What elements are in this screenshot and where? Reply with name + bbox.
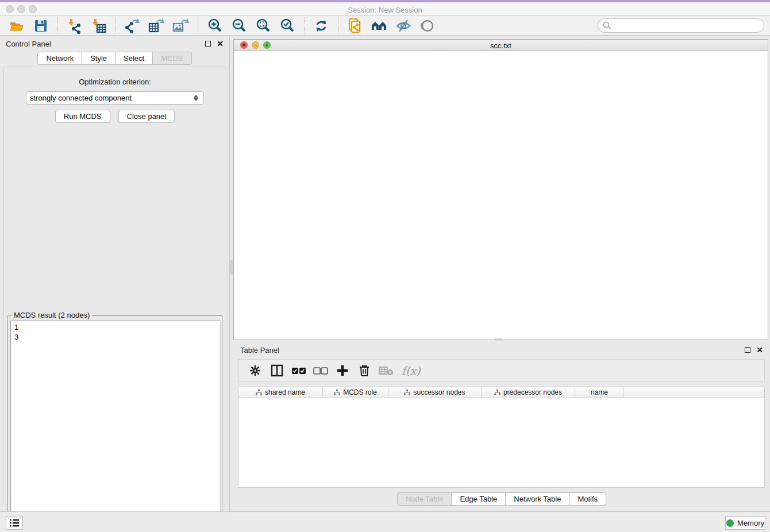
mcds-result-text[interactable]: 1 3 — [10, 321, 221, 530]
column-header-name[interactable]: name — [575, 387, 624, 398]
mcds-panel: Optimization criterion: strongly connect… — [3, 67, 226, 504]
select-all-icon[interactable] — [291, 363, 307, 379]
mcds-result-title: MCDS result (2 nodes) — [11, 311, 92, 319]
table-panel-title: Table Panel — [240, 346, 279, 354]
network-graph — [234, 51, 768, 340]
tab-motifs[interactable]: Motifs — [569, 492, 606, 506]
network-window-titlebar[interactable]: ✕ − + scc.txt — [234, 40, 768, 51]
toolbar-separator — [116, 17, 116, 34]
zoom-out-icon[interactable] — [230, 17, 248, 34]
network-view-window: ✕ − + scc.txt — [233, 39, 768, 340]
column-header-successor-nodes[interactable]: successor nodes — [388, 387, 482, 398]
delete-table-icon[interactable] — [378, 363, 394, 379]
tab-style[interactable]: Style — [82, 52, 116, 65]
memory-button-label: Memory — [737, 519, 764, 527]
zoom-in-icon[interactable] — [206, 17, 224, 34]
splitter-handle-vertical[interactable] — [230, 260, 233, 275]
status-bar: Memory — [0, 511, 770, 532]
search-icon — [603, 21, 611, 30]
tab-select[interactable]: Select — [116, 52, 153, 65]
control-panel: Control Panel ✕ Network Style Select MCD… — [0, 36, 230, 511]
table-settings-icon[interactable] — [247, 363, 263, 379]
table-toolbar: f(x) — [238, 359, 765, 382]
function-builder-icon[interactable]: f(x) — [402, 364, 421, 377]
search-input[interactable] — [611, 21, 749, 30]
tab-edge-table[interactable]: Edge Table — [452, 492, 506, 506]
hide-details-icon[interactable] — [395, 17, 412, 34]
duplicate-network-icon[interactable] — [346, 17, 364, 34]
zoom-fit-icon[interactable] — [255, 17, 272, 34]
selected-criterion: strongly connected component — [30, 94, 192, 102]
tab-network-table[interactable]: Network Table — [506, 492, 569, 506]
show-columns-icon[interactable] — [269, 363, 285, 379]
delete-row-icon[interactable] — [356, 363, 372, 379]
export-image-icon[interactable] — [172, 17, 190, 34]
control-panel-title: Control Panel — [6, 40, 51, 48]
mcds-result-group: MCDS result (2 nodes) 1 3 — [7, 315, 222, 532]
zoom-selected-icon[interactable] — [279, 17, 296, 34]
close-table-panel-icon[interactable]: ✕ — [756, 347, 763, 353]
select-stepper-icon — [192, 92, 200, 103]
table-panel: Table Panel ✕ — [233, 342, 770, 511]
node-table: shared name MCDS role successor nodes pr… — [238, 387, 765, 488]
add-row-icon[interactable] — [334, 363, 351, 379]
toolbar-separator — [304, 17, 305, 34]
export-network-icon[interactable] — [124, 17, 141, 34]
task-history-button[interactable] — [6, 516, 23, 530]
import-table-icon[interactable] — [90, 17, 107, 34]
tab-mcds[interactable]: MCDS — [153, 52, 191, 65]
network-canvas[interactable] — [234, 51, 768, 340]
optimization-criterion-label: Optimization criterion: — [4, 78, 226, 86]
import-network-icon[interactable] — [66, 17, 83, 34]
window-titlebar[interactable]: Session: New Session — [0, 2, 770, 16]
network-title: scc.txt — [234, 41, 768, 50]
column-type-icon — [256, 390, 262, 396]
save-session-icon[interactable] — [32, 17, 49, 34]
task-list-icon — [10, 519, 19, 527]
toolbar-separator — [338, 17, 338, 34]
memory-status-icon — [726, 519, 734, 527]
window-title: Session: New Session — [0, 6, 770, 14]
optimization-criterion-select[interactable]: strongly connected component — [26, 91, 204, 105]
tab-node-table[interactable]: Node Table — [397, 492, 452, 506]
app-window: Session: New Session — [0, 0, 770, 532]
close-panel-icon[interactable]: ✕ — [217, 41, 224, 47]
first-neighbors-icon[interactable] — [371, 17, 388, 34]
table-header: shared name MCDS role successor nodes pr… — [238, 387, 764, 398]
float-panel-icon[interactable] — [205, 41, 211, 47]
refresh-view-icon[interactable] — [313, 17, 330, 34]
table-tabs: Node Table Edge Table Network Table Moti… — [233, 492, 770, 506]
column-header-predecessor-nodes[interactable]: predecessor nodes — [482, 387, 575, 398]
control-panel-tabs: Network Style Select MCDS — [0, 52, 229, 65]
column-header-shared-name[interactable]: shared name — [238, 387, 323, 398]
column-header-mcds-role[interactable]: MCDS role — [323, 387, 388, 398]
run-mcds-button[interactable]: Run MCDS — [55, 110, 110, 123]
open-session-icon[interactable] — [8, 17, 25, 34]
column-type-icon — [404, 390, 410, 396]
search-field[interactable] — [598, 18, 764, 33]
tab-network[interactable]: Network — [37, 52, 82, 65]
export-table-icon[interactable] — [148, 17, 165, 34]
column-type-icon — [334, 390, 340, 396]
toolbar-separator — [57, 17, 58, 34]
toolbar-separator — [198, 17, 198, 34]
splitter-handle-horizontal[interactable] — [494, 338, 502, 341]
unselect-all-icon[interactable] — [313, 363, 329, 379]
memory-button[interactable]: Memory — [725, 516, 765, 530]
close-panel-button[interactable]: Close panel — [118, 110, 175, 123]
show-details-icon[interactable] — [419, 17, 436, 34]
column-type-icon — [494, 390, 500, 396]
float-table-panel-icon[interactable] — [745, 347, 750, 353]
